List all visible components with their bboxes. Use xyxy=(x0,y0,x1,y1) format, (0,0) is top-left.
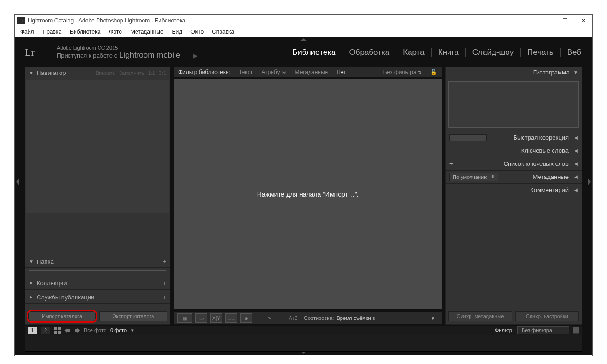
bottom-toolbar: ▦ ▭ X|Y ▭▭ ☻ ✎ A↕Z Сортировка: Время съё… xyxy=(173,312,442,325)
comments-header[interactable]: Комментарий◀ xyxy=(446,183,582,196)
navigator-header[interactable]: ▼ Навигатор Вписать Заполнить 1:1 3:1 xyxy=(25,67,170,79)
folders-slider[interactable] xyxy=(29,268,166,274)
menu-bar: Файл Правка Библиотека Фото Метаданные В… xyxy=(15,27,592,37)
comments-label: Комментарий xyxy=(530,186,569,193)
metadata-header[interactable]: По умолчанию⇅Метаданные◀ xyxy=(446,170,582,183)
chevron-right-icon: ▶ xyxy=(193,52,197,59)
filmstrip-filter-select[interactable]: Без фильтра xyxy=(517,326,569,334)
chevron-right-icon: ▼ xyxy=(29,295,34,300)
library-filter-bar: Фильтр библиотеки: Текст Атрибуты Метада… xyxy=(173,67,442,78)
nav-3-1[interactable]: 3:1 xyxy=(159,70,166,76)
filmstrip-area: 1 2 🡄 🡆 Все фото 0 фото ▼ Фильтр: Без фи… xyxy=(25,326,582,352)
nav-fill[interactable]: Заполнить xyxy=(119,70,144,76)
chevron-down-icon: ▼ xyxy=(573,70,578,75)
photo-count: 0 фото xyxy=(110,327,127,333)
keywording-header[interactable]: Ключевые слова◀ xyxy=(446,144,582,157)
source-label[interactable]: Все фото xyxy=(84,327,106,333)
keywording-label: Ключевые слова xyxy=(521,147,569,154)
menu-edit[interactable]: Правка xyxy=(39,28,66,36)
app-window: Lr Lightroom Catalog - Adobe Photoshop L… xyxy=(14,14,593,356)
chevron-left-icon: ◀ xyxy=(574,135,578,140)
title-bar[interactable]: Lr Lightroom Catalog - Adobe Photoshop L… xyxy=(15,15,592,27)
histogram-header[interactable]: Гистограмма▼ xyxy=(446,67,582,78)
identity-bar: Lr Adobe Lightroom CC 2015 Приступая к р… xyxy=(25,43,582,62)
grid-viewport[interactable]: Нажмите для начала “Импорт…”. xyxy=(173,79,442,310)
chevron-left-icon: ◀ xyxy=(574,161,578,166)
menu-window[interactable]: Окно xyxy=(187,28,207,36)
compare-view-button[interactable]: X|Y xyxy=(210,313,222,323)
module-map[interactable]: Карта xyxy=(402,48,425,57)
panel-collapse-left-icon[interactable] xyxy=(16,178,19,186)
add-publish-button[interactable]: + xyxy=(162,294,166,301)
nav-back-button[interactable]: 🡄 xyxy=(64,327,70,334)
module-book[interactable]: Книга xyxy=(437,48,460,57)
main-window-button[interactable]: 1 xyxy=(28,327,37,334)
people-view-button[interactable]: ☻ xyxy=(240,313,252,323)
sync-settings-button[interactable]: Синхр. настройки xyxy=(515,311,579,321)
sort-value[interactable]: Время съёмки ⇅ xyxy=(336,315,376,321)
module-web[interactable]: Веб xyxy=(566,48,582,57)
menu-help[interactable]: Справка xyxy=(208,28,238,36)
filmstrip[interactable] xyxy=(25,335,582,352)
grid-view-button[interactable]: ▦ xyxy=(177,313,192,323)
sort-direction-button[interactable]: A↕Z xyxy=(287,313,299,323)
nav-forward-button[interactable]: 🡆 xyxy=(74,327,80,334)
mobile-link[interactable]: Приступая к работе с Lightroom mobile▶ xyxy=(57,51,197,60)
chevron-down-icon: ▼ xyxy=(29,70,34,75)
module-develop[interactable]: Обработка xyxy=(348,48,390,57)
metadata-preset-select[interactable]: По умолчанию⇅ xyxy=(449,173,498,181)
maximize-button[interactable]: ☐ xyxy=(561,17,568,24)
folders-header[interactable]: ▼ Папка + xyxy=(25,256,170,268)
chevron-left-icon: ◀ xyxy=(574,187,578,193)
histogram-view xyxy=(448,81,579,128)
quick-develop-header[interactable]: Быстрая коррекция◀ xyxy=(446,131,582,144)
sync-metadata-button[interactable]: Синхр. метаданные xyxy=(448,311,512,321)
close-button[interactable]: ✕ xyxy=(580,17,587,24)
menu-file[interactable]: Файл xyxy=(16,28,38,36)
collections-label: Коллекции xyxy=(37,280,67,287)
import-catalog-button[interactable]: Импорт каталога xyxy=(28,311,96,321)
window-title: Lightroom Catalog - Adobe Photoshop Ligh… xyxy=(28,17,543,24)
export-catalog-button[interactable]: Экспорт каталога xyxy=(99,311,167,321)
publish-header[interactable]: ▼ Службы публикации + xyxy=(25,291,170,304)
chevron-down-icon[interactable]: ▼ xyxy=(130,328,134,333)
nav-fit[interactable]: Вписать xyxy=(96,70,115,76)
sort-label: Сортировка: xyxy=(304,315,334,321)
chevron-left-icon: ◀ xyxy=(574,148,578,153)
add-collection-button[interactable]: + xyxy=(162,280,166,287)
filter-text[interactable]: Текст xyxy=(239,69,253,75)
second-window-button[interactable]: 2 xyxy=(41,327,50,334)
menu-metadata[interactable]: Метаданные xyxy=(127,28,167,36)
lock-icon[interactable]: 🔓 xyxy=(430,69,437,75)
keyword-list-header[interactable]: +Список ключевых слов◀ xyxy=(446,157,582,170)
menu-library[interactable]: Библиотека xyxy=(66,28,104,36)
left-panel: ▼ Навигатор Вписать Заполнить 1:1 3:1 ▼ … xyxy=(25,67,170,325)
filter-lock-button[interactable] xyxy=(573,327,579,334)
minimize-button[interactable]: ─ xyxy=(543,17,549,24)
grid-icon[interactable] xyxy=(54,327,61,334)
filmstrip-toolbar: 1 2 🡄 🡆 Все фото 0 фото ▼ Фильтр: Без фи… xyxy=(25,326,582,335)
module-library[interactable]: Библиотека xyxy=(291,48,336,57)
keyword-list-label: Список ключевых слов xyxy=(504,160,569,167)
add-keyword-button[interactable]: + xyxy=(449,160,453,167)
histogram-label: Гистограмма xyxy=(533,69,569,76)
menu-photo[interactable]: Фото xyxy=(105,28,126,36)
navigator-preview[interactable] xyxy=(26,80,169,213)
filter-preset[interactable]: Без фильтра ⇅ xyxy=(383,69,422,75)
module-print[interactable]: Печать xyxy=(526,48,554,57)
panel-collapse-top-icon[interactable] xyxy=(300,38,307,41)
survey-view-button[interactable]: ▭▭ xyxy=(225,313,237,323)
stepper-control[interactable] xyxy=(449,134,487,141)
menu-view[interactable]: Вид xyxy=(168,28,186,36)
module-slideshow[interactable]: Слайд-шоу xyxy=(471,48,515,57)
painter-tool-button[interactable]: ✎ xyxy=(264,313,276,323)
add-folder-button[interactable]: + xyxy=(162,258,166,265)
toolbar-menu-button[interactable]: ▼ xyxy=(431,316,435,321)
loupe-view-button[interactable]: ▭ xyxy=(195,313,207,323)
filter-metadata[interactable]: Метаданные xyxy=(295,69,328,75)
panel-collapse-right-icon[interactable] xyxy=(588,178,591,186)
filter-none[interactable]: Нет xyxy=(336,69,346,75)
collections-header[interactable]: ▼ Коллекции + xyxy=(25,277,170,290)
filter-attributes[interactable]: Атрибуты xyxy=(261,69,286,75)
nav-1-1[interactable]: 1:1 xyxy=(148,70,155,76)
